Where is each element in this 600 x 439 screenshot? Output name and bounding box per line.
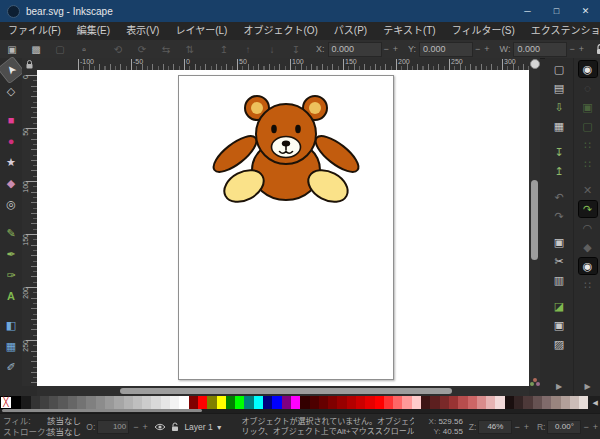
- fill-stroke-indicator[interactable]: フィル:該当なし ストローク:該当なし: [3, 416, 86, 438]
- toggle-selection-box-icon[interactable]: ▫: [72, 44, 96, 55]
- select-all-icon[interactable]: ▣: [0, 44, 24, 55]
- dropper-tool[interactable]: ✐: [2, 358, 20, 376]
- new-document-button[interactable]: ▢: [550, 61, 568, 77]
- palette-swatch-23[interactable]: [226, 396, 235, 409]
- selector-tool[interactable]: ➤: [0, 57, 24, 82]
- x-position-input[interactable]: 0.000: [328, 42, 382, 57]
- lower-to-bottom-icon[interactable]: ↧: [284, 44, 308, 55]
- rotate-90-ccw-icon[interactable]: ⟲: [106, 44, 130, 55]
- palette-swatch-15[interactable]: [151, 396, 160, 409]
- calligraphy-tool[interactable]: ✑: [2, 266, 20, 284]
- menu-item-view[interactable]: 表示(V): [118, 22, 167, 40]
- rotation-decrease-button[interactable]: −: [581, 422, 590, 432]
- palette-swatch-27[interactable]: [263, 396, 272, 409]
- rectangle-tool[interactable]: ■: [2, 111, 20, 129]
- palette-swatch-14[interactable]: [142, 396, 151, 409]
- duplicate-button[interactable]: ▣: [550, 317, 568, 333]
- text-tool[interactable]: A: [2, 287, 20, 305]
- width-input[interactable]: 0.000: [513, 42, 567, 57]
- zoom-decrease-button[interactable]: −: [512, 422, 521, 432]
- fill-stroke-dialog-button[interactable]: ◪: [550, 298, 568, 314]
- horizontal-scrollbar[interactable]: [37, 386, 529, 396]
- horizontal-scrollbar-thumb[interactable]: [120, 388, 452, 394]
- palette-swatch-3[interactable]: [40, 396, 49, 409]
- palette-swatch-60[interactable]: [570, 396, 579, 409]
- enable-snapping-button[interactable]: ◉: [579, 61, 597, 77]
- snap-bbox-edges-button[interactable]: ▣: [579, 99, 597, 115]
- bear-right-eye[interactable]: [295, 125, 301, 133]
- palette-swatch-49[interactable]: [468, 396, 477, 409]
- palette-swatch-12[interactable]: [124, 396, 133, 409]
- palette-swatch-45[interactable]: [430, 396, 439, 409]
- snap-overflow-button[interactable]: ▶: [584, 382, 590, 391]
- palette-swatch-44[interactable]: [421, 396, 430, 409]
- palette-swatch-5[interactable]: [58, 396, 67, 409]
- layer-dropdown-caret-icon[interactable]: ▼: [216, 424, 223, 431]
- close-button[interactable]: ✕: [571, 0, 600, 22]
- palette-swatch-52[interactable]: [495, 396, 504, 409]
- palette-swatch-54[interactable]: [514, 396, 523, 409]
- commands-overflow-button[interactable]: ▶: [556, 382, 562, 391]
- palette-swatch-39[interactable]: [375, 396, 384, 409]
- lower-icon[interactable]: ↓: [260, 44, 284, 55]
- palette-swatch-58[interactable]: [551, 396, 560, 409]
- palette-swatch-32[interactable]: [310, 396, 319, 409]
- opacity-increase-button[interactable]: +: [141, 422, 150, 432]
- canvas[interactable]: [37, 70, 529, 386]
- palette-swatch-2[interactable]: [31, 396, 40, 409]
- palette-swatch-56[interactable]: [533, 396, 542, 409]
- document-page[interactable]: [178, 75, 394, 380]
- select-all-layers-icon[interactable]: ▩: [24, 44, 48, 55]
- palette-swatch-8[interactable]: [86, 396, 95, 409]
- palette-swatch-0[interactable]: [12, 396, 21, 409]
- palette-swatch-4[interactable]: [49, 396, 58, 409]
- no-color-swatch[interactable]: ╳: [0, 396, 12, 409]
- palette-swatch-22[interactable]: [217, 396, 226, 409]
- x-position-increase-button[interactable]: +: [391, 44, 400, 54]
- palette-swatch-19[interactable]: [189, 396, 198, 409]
- palette-swatch-51[interactable]: [486, 396, 495, 409]
- menu-item-edit[interactable]: 編集(E): [69, 22, 118, 40]
- snap-bounding-box-button[interactable]: ◌: [579, 80, 597, 96]
- snap-others-button[interactable]: ◉: [579, 258, 597, 274]
- palette-swatch-59[interactable]: [561, 396, 570, 409]
- palette-swatch-13[interactable]: [133, 396, 142, 409]
- zoom-input[interactable]: 46%: [478, 420, 512, 434]
- menu-item-file[interactable]: ファイル(F): [0, 22, 69, 40]
- deselect-icon[interactable]: ▢: [48, 44, 72, 55]
- star-tool[interactable]: ★: [2, 153, 20, 171]
- palette-swatch-61[interactable]: [579, 396, 588, 409]
- palette-scroll-arrow[interactable]: ◀: [593, 399, 598, 407]
- palette-swatch-43[interactable]: [412, 396, 421, 409]
- snap-path-intersections-button[interactable]: ✕: [579, 182, 597, 198]
- redo-button[interactable]: ↷: [550, 208, 568, 224]
- palette-swatch-33[interactable]: [319, 396, 328, 409]
- opacity-input[interactable]: 100: [97, 420, 129, 434]
- flip-vertical-icon[interactable]: ⇅: [178, 44, 202, 55]
- palette-swatch-46[interactable]: [440, 396, 449, 409]
- print-document-button[interactable]: ▦: [550, 118, 568, 134]
- palette-swatch-11[interactable]: [114, 396, 123, 409]
- menu-item-object[interactable]: オブジェクト(O): [235, 22, 325, 40]
- current-layer-selector[interactable]: Layer 1: [184, 422, 212, 432]
- ruler-origin-lock-icon[interactable]: [22, 58, 37, 70]
- bear-left-ear-inner[interactable]: [251, 102, 263, 114]
- box3d-tool[interactable]: ◆: [2, 174, 20, 192]
- y-position-decrease-button[interactable]: −: [473, 44, 482, 54]
- undo-button[interactable]: ↶: [550, 189, 568, 205]
- palette-swatch-37[interactable]: [356, 396, 365, 409]
- maximize-button[interactable]: □: [542, 0, 571, 22]
- raise-icon[interactable]: ↑: [236, 44, 260, 55]
- palette-swatch-1[interactable]: [21, 396, 30, 409]
- bear-right-ear-inner[interactable]: [309, 102, 321, 114]
- clone-button[interactable]: ▨: [550, 336, 568, 352]
- palette-scrollbar-thumb[interactable]: [2, 409, 202, 412]
- mesh-gradient-tool[interactable]: ▦: [2, 337, 20, 355]
- ellipse-tool[interactable]: ●: [2, 132, 20, 150]
- opacity-decrease-button[interactable]: −: [131, 422, 140, 432]
- pencil-tool[interactable]: ✎: [2, 224, 20, 242]
- minimize-button[interactable]: ─: [513, 0, 542, 22]
- x-position-decrease-button[interactable]: −: [382, 44, 391, 54]
- palette-swatch-35[interactable]: [337, 396, 346, 409]
- snap-bbox-corners-button[interactable]: ▢: [579, 118, 597, 134]
